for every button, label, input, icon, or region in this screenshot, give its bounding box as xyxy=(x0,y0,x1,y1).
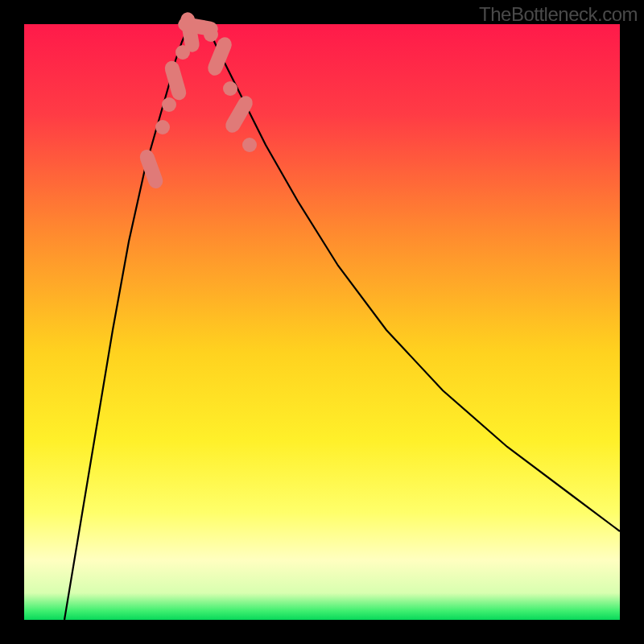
chart-svg xyxy=(0,0,644,644)
marker-dot xyxy=(162,97,176,112)
chart-frame: TheBottleneck.com xyxy=(0,0,644,644)
marker-dot xyxy=(223,81,237,96)
marker-dot xyxy=(155,120,170,134)
marker-dot xyxy=(204,27,218,42)
watermark-text: TheBottleneck.com xyxy=(479,3,638,26)
marker-dot xyxy=(242,138,257,152)
